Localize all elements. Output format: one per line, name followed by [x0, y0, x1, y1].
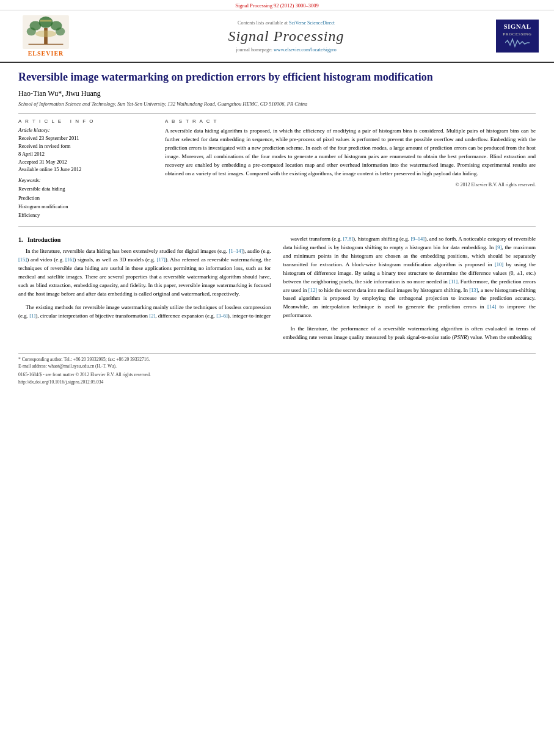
keyword-3: Histogram modification: [18, 202, 153, 211]
footer-doi: http://dx.doi.org/10.1016/j.sigpro.2012.…: [18, 379, 536, 385]
elsevier-brand-text: ELSEVIER: [28, 50, 64, 57]
keyword-1: Reversible data hiding: [18, 184, 153, 193]
elsevier-tree-icon: [21, 15, 70, 49]
sp-logo-box: SIGNAL PROCESSING: [496, 20, 539, 53]
right-column: wavelet transform (e.g. [7,8]), histogra…: [283, 235, 536, 347]
accepted-text: Accepted 31 May 2012: [18, 159, 67, 165]
keywords-list: Reversible data hiding Prediction Histog…: [18, 184, 153, 220]
elsevier-logo: ELSEVIER: [12, 15, 79, 57]
abstract-text: A reversible data hiding algorithm is pr…: [165, 127, 536, 178]
citation-15: [15]: [18, 256, 27, 263]
svg-point-4: [27, 27, 36, 35]
journal-ref-text: Signal Processing 92 (2012) 3000–3009: [235, 2, 318, 9]
keyword-4: Efficiency: [18, 211, 153, 219]
homepage-url: www.elsevier.com/locate/sigpro: [274, 47, 337, 53]
citation-1-14: [1–14]: [229, 248, 243, 254]
article-info-label: A R T I C L E I N F O: [18, 118, 153, 124]
journal-title: Signal Processing: [79, 28, 493, 45]
svg-point-7: [35, 31, 56, 37]
left-para-2: The existing methods for reversible imag…: [18, 303, 271, 321]
article-history: Received 23 September 2011 Received in r…: [18, 134, 153, 173]
license-text: 0165-1684/$ - see front matter © 2012 El…: [18, 372, 151, 377]
copyright-line: © 2012 Elsevier B.V. All rights reserved…: [165, 182, 536, 187]
online-text: Available online 15 June 2012: [18, 166, 81, 172]
abstract-column: A B S T R A C T A reversible data hiding…: [165, 118, 536, 220]
svg-point-5: [56, 27, 65, 35]
sciverse-link: Contents lists available at SciVerse Sci…: [79, 20, 493, 26]
citation-14: [14]: [487, 303, 496, 310]
sp-logo-signal: SIGNAL: [498, 22, 536, 31]
article-body: Reversible image watermarking on predict…: [0, 63, 554, 391]
article-info-abstract-section: A R T I C L E I N F O Article history: R…: [18, 118, 536, 220]
right-para-2: In the literature, the performance of a …: [283, 325, 536, 342]
footnote-email: E-mail address: whaot@mail.sysu.edu.cn (…: [18, 363, 117, 369]
sciverse-text: SciVerse ScienceDirect: [289, 20, 335, 26]
main-content: 1. Introduction In the literature, rever…: [18, 235, 536, 347]
journal-reference-bar: Signal Processing 92 (2012) 3000–3009: [0, 0, 554, 10]
sp-logo-processing: PROCESSING: [498, 31, 536, 37]
psnr-italic: PSNR: [454, 334, 467, 340]
section1-number: 1.: [18, 236, 23, 243]
citation-10: [10]: [495, 261, 503, 267]
citation-9-14: [9–14]: [410, 236, 425, 242]
citation-11: [11]: [449, 278, 457, 285]
doi-text: http://dx.doi.org/10.1016/j.sigpro.2012.…: [18, 379, 103, 385]
citation-2: [2]: [149, 313, 155, 319]
keyword-2: Prediction: [18, 194, 153, 202]
citation-13: [13]: [469, 287, 478, 293]
header-divider: [18, 113, 536, 114]
footer-license: 0165-1684/$ - see front matter © 2012 El…: [18, 372, 536, 377]
abstract-label: A B S T R A C T: [165, 118, 536, 124]
journal-header: ELSEVIER Contents lists available at Sci…: [0, 10, 554, 63]
right-para-1: wavelet transform (e.g. [7,8]), histogra…: [283, 235, 536, 320]
citation-12: [12]: [308, 287, 317, 293]
citation-1: [1]: [29, 313, 35, 319]
left-para-1: In the literature, reversible data hidin…: [18, 247, 271, 299]
article-title: Reversible image watermarking on predict…: [18, 70, 536, 84]
citation-16: [16]: [65, 256, 74, 263]
article-info-column: A R T I C L E I N F O Article history: R…: [18, 118, 153, 220]
article-history-label: Article history:: [18, 127, 153, 133]
journal-homepage: journal homepage: www.elsevier.com/locat…: [79, 47, 493, 53]
footnote-star-text: * Corresponding author. Tel.: +86 20 393…: [18, 356, 536, 363]
svg-rect-9: [40, 20, 52, 22]
revised-label: Received in revised form: [18, 143, 71, 149]
citation-17: [17]: [157, 256, 166, 263]
signal-processing-logo: SIGNAL PROCESSING: [493, 20, 542, 53]
citation-9: [9]: [495, 244, 501, 250]
received-text: Received 23 September 2011: [18, 135, 79, 141]
citation-7-8: [7,8]: [343, 236, 353, 242]
revised-date: 8 April 2012: [18, 151, 45, 157]
citation-3-6: [3–6]: [216, 313, 227, 319]
left-column: 1. Introduction In the literature, rever…: [18, 235, 271, 347]
footnote-corresponding: * Corresponding author. Tel.: +86 20 393…: [18, 357, 150, 362]
section1-title: 1. Introduction: [18, 235, 271, 245]
sp-waveform-icon: [505, 38, 530, 48]
keywords-label: Keywords:: [18, 177, 153, 183]
footnote-email-text: E-mail address: whaot@mail.sysu.edu.cn (…: [18, 363, 536, 369]
content-divider: [18, 226, 536, 227]
article-authors: Hao-Tian Wu*, Jiwu Huang: [18, 89, 536, 98]
section1-title-text: Introduction: [27, 236, 60, 243]
journal-center: Contents lists available at SciVerse Sci…: [79, 20, 493, 53]
article-footer: * Corresponding author. Tel.: +86 20 393…: [18, 353, 536, 385]
authors-text: Hao-Tian Wu*, Jiwu Huang: [18, 89, 101, 98]
article-affiliation: School of Information Science and Techno…: [18, 101, 536, 107]
